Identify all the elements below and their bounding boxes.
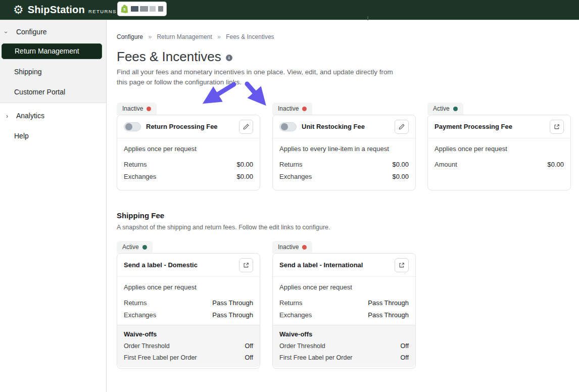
card-title: Send a label - Domestic (124, 261, 198, 269)
fee-value: $0.00 (236, 173, 253, 180)
fee-label: Returns (279, 299, 303, 307)
external-link-button[interactable] (395, 258, 409, 272)
waive-value: Off (401, 342, 409, 350)
breadcrumb-separator: » (217, 33, 221, 40)
redacted-store-name-block (131, 6, 138, 12)
chevron-down-icon: › (5, 29, 12, 36)
card-title: Unit Restocking Fee (302, 123, 365, 130)
breadcrumb: Configure » Return Management » Fees & I… (117, 33, 274, 40)
card-title: Send a label - International (279, 261, 363, 269)
redacted-store-name-block (150, 6, 155, 12)
card-title: Payment Processing Fee (435, 123, 512, 130)
fee-label: Returns (124, 299, 147, 307)
sidebar-item-analytics[interactable]: › Analytics (6, 112, 44, 120)
toggle-off[interactable] (124, 122, 141, 131)
status-badge: Inactive (117, 103, 157, 115)
status-label: Inactive (122, 105, 143, 112)
arrow-left-icon (214, 84, 234, 96)
breadcrumb-return-management[interactable]: Return Management (157, 33, 212, 40)
applies-text: Applies once per request (124, 283, 253, 291)
pencil-icon (398, 123, 405, 130)
chevron-right-icon: › (6, 113, 13, 120)
redacted-store-name-block (158, 6, 163, 12)
fee-row: Returns Pass Through (124, 299, 253, 307)
shipping-card-international: Send a label - International Applies onc… (272, 253, 416, 369)
pencil-icon (243, 123, 250, 130)
waive-value: Off (401, 354, 409, 361)
waive-label: Order Threshold (124, 342, 170, 350)
applies-text: Applies once per request (435, 145, 564, 153)
toggle-off[interactable] (279, 122, 297, 131)
fee-card-payment-processing: Payment Processing Fee Applies once per … (427, 115, 571, 190)
status-label: Inactive (278, 105, 299, 112)
applies-text: Applies once per request (279, 283, 409, 291)
sidebar-item-shipping[interactable]: Shipping (14, 68, 42, 76)
status-label: Inactive (278, 243, 299, 251)
status-badge: Active (427, 103, 463, 115)
fee-value: $0.00 (392, 173, 409, 180)
inactive-dot-icon (147, 107, 151, 111)
waive-offs-heading: Waive-offs (279, 330, 409, 338)
status-badge: Active (117, 241, 153, 254)
external-link-icon (553, 123, 560, 130)
breadcrumb-fees-incentives: Fees & Incentives (226, 33, 274, 40)
shopify-store-badge[interactable]: S (118, 2, 166, 16)
waive-value: Off (245, 342, 253, 350)
external-link-button[interactable] (550, 120, 564, 134)
applies-text: Applies to every line-item in a request (279, 145, 409, 153)
breadcrumb-separator: » (148, 33, 152, 40)
fee-label: Returns (124, 161, 147, 168)
brand-suffix: RETURNS (88, 9, 117, 14)
svg-text:S: S (123, 8, 126, 12)
redacted-store-name-block (140, 6, 149, 12)
status-badge: Inactive (272, 103, 312, 115)
shopify-icon: S (121, 4, 129, 14)
applies-text: Applies once per request (124, 145, 253, 153)
waive-row: First Free Label per Order Off (279, 354, 409, 361)
arrow-right-icon (247, 84, 257, 95)
brand-name: ShipStation (28, 4, 85, 16)
sidebar: › Configure Return Management Shipping C… (0, 20, 107, 392)
fee-row: Returns Pass Through (279, 299, 409, 307)
sidebar-item-configure[interactable]: › Configure (5, 28, 47, 36)
shipping-card-domestic: Send a label - Domestic Applies once per… (117, 253, 260, 369)
inactive-dot-icon (302, 107, 307, 111)
waive-label: Order Threshold (279, 342, 325, 350)
fee-value: $0.00 (547, 161, 564, 168)
shipping-fee-description: A snapshot of the shipping and return fe… (117, 224, 330, 231)
external-link-button[interactable] (239, 258, 253, 272)
edit-button[interactable] (239, 120, 253, 134)
fee-row: Returns $0.00 (124, 161, 253, 168)
fee-row: Exchanges Pass Through (279, 311, 409, 319)
fee-label: Amount (435, 161, 457, 168)
waive-label: First Free Label per Order (124, 354, 197, 361)
fee-value: Pass Through (368, 311, 409, 319)
status-badge: Inactive (272, 241, 312, 254)
top-bar: ⚙ ShipStation RETURNS S (0, 0, 579, 20)
fee-value: Pass Through (368, 299, 409, 307)
sidebar-item-return-management[interactable]: Return Management (2, 43, 102, 59)
shipstation-logo: ⚙ ShipStation RETURNS (13, 4, 117, 16)
breadcrumb-configure[interactable]: Configure (117, 33, 143, 40)
fee-value: $0.00 (392, 161, 409, 168)
main-content: Configure » Return Management » Fees & I… (107, 20, 579, 392)
status-label: Active (122, 243, 139, 251)
annotation-arrows (192, 80, 278, 115)
sidebar-item-customer-portal[interactable]: Customer Portal (14, 88, 65, 96)
edit-button[interactable] (395, 120, 409, 134)
active-dot-icon (142, 245, 147, 250)
fee-row: Exchanges $0.00 (124, 173, 253, 180)
sidebar-item-label: Configure (16, 28, 47, 36)
external-link-icon (243, 262, 250, 269)
sidebar-item-help[interactable]: Help (14, 132, 29, 140)
waive-row: Order Threshold Off (124, 342, 253, 350)
inactive-dot-icon (302, 245, 307, 250)
info-icon[interactable]: i (226, 55, 232, 61)
sidebar-item-label: Shipping (14, 68, 42, 76)
fee-label: Returns (279, 161, 303, 168)
fee-card-unit-restocking: Unit Restocking Fee Applies to every lin… (272, 115, 416, 190)
waive-row: First Free Label per Order Off (124, 354, 253, 361)
fee-value: $0.00 (236, 161, 253, 168)
waive-row: Order Threshold Off (279, 342, 409, 350)
fee-row: Exchanges Pass Through (124, 311, 253, 319)
